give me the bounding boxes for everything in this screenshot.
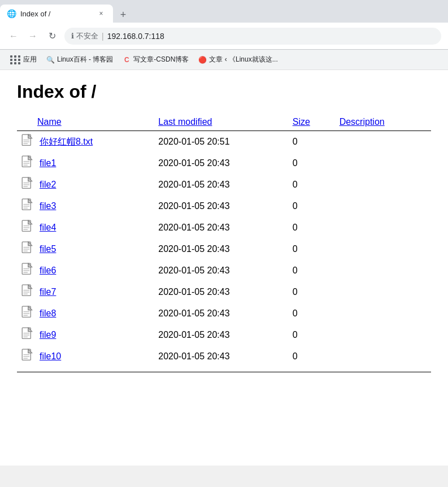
file-size: 0 [293, 346, 340, 367]
file-size: 0 [293, 195, 340, 217]
linux-baike-favicon-icon: 🔍 [46, 55, 55, 64]
apps-label: 应用 [23, 55, 37, 64]
bookmark-linux-article[interactable]: 🔴 文章 ‹ 《Linux就该这... [194, 53, 281, 66]
file-description [340, 281, 431, 303]
back-button[interactable]: ← [7, 29, 20, 43]
file-date: 2020-01-05 20:43 [158, 260, 292, 281]
file-date: 2020-01-05 20:43 [158, 324, 292, 346]
file-icon [21, 263, 35, 279]
bookmark-linux-article-label: 文章 ‹ 《Linux就该这... [209, 55, 277, 64]
csdn-write-favicon-icon: C [122, 55, 131, 64]
file-size: 0 [293, 281, 340, 303]
file-link[interactable]: file6 [40, 266, 56, 276]
column-header-description[interactable]: Description [340, 114, 431, 131]
tab-close-button[interactable]: × [96, 8, 106, 19]
file-size: 0 [293, 303, 340, 324]
file-date: 2020-01-05 20:43 [158, 153, 292, 174]
forward-button[interactable]: → [26, 29, 40, 43]
bookmark-csdn-write[interactable]: C 写文章-CSDN博客 [119, 53, 192, 66]
active-tab[interactable]: 🌐 Index of / × [0, 5, 113, 23]
file-size: 0 [293, 260, 340, 281]
file-date: 2020-01-05 20:51 [158, 131, 292, 153]
file-link[interactable]: file9 [40, 330, 56, 340]
table-row: file5 2020-01-05 20:430 [17, 238, 431, 260]
file-icon [21, 198, 35, 214]
new-tab-button[interactable]: + [115, 7, 131, 23]
file-description [340, 238, 431, 260]
file-icon [21, 134, 35, 150]
address-bar: ← → ↻ ℹ 不安全 | 192.168.0.7:118 [0, 23, 448, 50]
file-description [340, 260, 431, 281]
file-date: 2020-01-05 20:43 [158, 238, 292, 260]
file-link[interactable]: file7 [40, 287, 56, 297]
file-description [340, 217, 431, 238]
file-size: 0 [293, 153, 340, 174]
file-icon [21, 306, 35, 321]
bookmark-apps[interactable]: 应用 [7, 53, 40, 66]
bookmark-linux-baike-label: Linux百科 - 博客园 [57, 55, 113, 64]
table-row: file7 2020-01-05 20:430 [17, 281, 431, 303]
file-icon [21, 349, 35, 364]
file-description [340, 153, 431, 174]
bookmark-csdn-write-label: 写文章-CSDN博客 [133, 55, 189, 64]
file-date: 2020-01-05 20:43 [158, 217, 292, 238]
table-row: file6 2020-01-05 20:430 [17, 260, 431, 281]
table-bottom-divider [17, 372, 431, 372]
tab-favicon-icon: 🌐 [7, 9, 16, 18]
file-table: Name Last modified Size Description 你好红帽… [17, 114, 431, 367]
file-date: 2020-01-05 20:43 [158, 303, 292, 324]
column-header-size[interactable]: Size [293, 114, 340, 131]
file-icon [21, 241, 35, 257]
file-description [340, 324, 431, 346]
bookmarks-bar: 应用 🔍 Linux百科 - 博客园 C 写文章-CSDN博客 🔴 文章 ‹ 《… [0, 50, 448, 70]
reload-button[interactable]: ↻ [45, 29, 59, 43]
file-description [340, 195, 431, 217]
file-link[interactable]: 你好红帽8.txt [40, 136, 93, 148]
file-date: 2020-01-05 20:43 [158, 195, 292, 217]
file-icon [21, 177, 35, 193]
file-link[interactable]: file2 [40, 180, 56, 190]
table-row: file4 2020-01-05 20:430 [17, 217, 431, 238]
file-description [340, 131, 431, 153]
file-size: 0 [293, 174, 340, 195]
table-row: file8 2020-01-05 20:430 [17, 303, 431, 324]
file-link[interactable]: file4 [40, 223, 56, 233]
table-row: file3 2020-01-05 20:430 [17, 195, 431, 217]
file-description [340, 303, 431, 324]
page-title: Index of / [17, 81, 431, 102]
security-text: 不安全 [76, 31, 98, 41]
column-header-name[interactable]: Name [17, 114, 158, 131]
tab-title: Index of / [20, 10, 92, 18]
browser-chrome: 🌐 Index of / × + ← → ↻ ℹ 不安全 | 192.168.0… [0, 0, 448, 70]
file-link[interactable]: file8 [40, 308, 56, 319]
file-description [340, 174, 431, 195]
file-description [340, 346, 431, 367]
file-date: 2020-01-05 20:43 [158, 281, 292, 303]
table-row: file2 2020-01-05 20:430 [17, 174, 431, 195]
table-row: file9 2020-01-05 20:430 [17, 324, 431, 346]
tab-bar: 🌐 Index of / × + [0, 0, 448, 23]
file-icon [21, 220, 35, 236]
bookmark-linux-baike[interactable]: 🔍 Linux百科 - 博客园 [42, 53, 116, 66]
file-icon [21, 284, 35, 300]
file-icon [21, 327, 35, 343]
file-link[interactable]: file3 [40, 201, 56, 211]
security-info-icon: ℹ [71, 32, 74, 40]
file-link[interactable]: file5 [40, 244, 56, 254]
file-size: 0 [293, 217, 340, 238]
file-icon [21, 155, 35, 171]
file-link[interactable]: file10 [40, 351, 61, 362]
file-link[interactable]: file1 [40, 158, 56, 168]
column-header-last-modified[interactable]: Last modified [158, 114, 292, 131]
url-divider: | [102, 32, 104, 41]
apps-grid-icon [10, 55, 21, 64]
linux-article-favicon-icon: 🔴 [198, 55, 207, 64]
url-text: 192.168.0.7:118 [107, 32, 164, 41]
page-content: Index of / Name Last modified Size Descr… [0, 70, 448, 466]
table-row: file10 2020-01-05 20:430 [17, 346, 431, 367]
file-size: 0 [293, 131, 340, 153]
file-date: 2020-01-05 20:43 [158, 346, 292, 367]
url-bar[interactable]: ℹ 不安全 | 192.168.0.7:118 [64, 28, 441, 45]
table-row: 你好红帽8.txt 2020-01-05 20:510 [17, 131, 431, 153]
table-row: file1 2020-01-05 20:430 [17, 153, 431, 174]
